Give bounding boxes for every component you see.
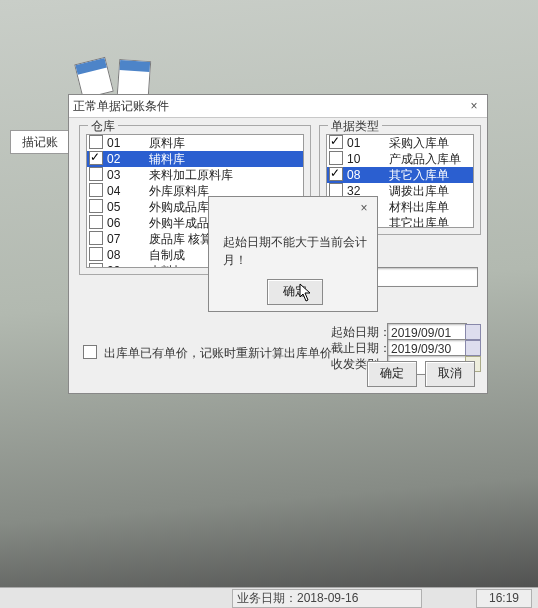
checkbox[interactable]: [89, 247, 103, 261]
recalc-checkbox-row[interactable]: 出库单已有单价，记账时重新计算出库单价: [83, 344, 332, 362]
item-name: 自制成: [149, 248, 185, 262]
status-date-cell: 业务日期：2018-09-16: [232, 589, 422, 608]
checkbox[interactable]: [89, 167, 103, 181]
status-bar: 业务日期：2018-09-16 16:19: [0, 587, 538, 608]
message-ok-button[interactable]: 确定: [267, 279, 323, 305]
close-icon[interactable]: ×: [465, 97, 483, 115]
checkbox[interactable]: [89, 135, 103, 149]
item-name: 其它入库单: [389, 168, 449, 182]
item-code: 01: [107, 135, 149, 151]
item-code: 02: [107, 151, 149, 167]
recalc-checkbox[interactable]: [83, 345, 97, 359]
list-item[interactable]: 08其它入库单: [327, 167, 473, 183]
calendar-picker-icon[interactable]: [465, 324, 481, 340]
message-text: 起始日期不能大于当前会计月！: [223, 233, 367, 269]
cancel-button[interactable]: 取消: [425, 361, 475, 387]
item-code: 07: [107, 231, 149, 247]
checkbox[interactable]: [89, 151, 103, 165]
item-code: 04: [107, 183, 149, 199]
checkbox[interactable]: [89, 263, 103, 268]
item-code: 09: [107, 263, 149, 268]
item-code: 08: [107, 247, 149, 263]
message-dialog: × 起始日期不能大于当前会计月！ 确定: [208, 196, 378, 312]
item-name: 废品库 核算: [149, 232, 212, 246]
sidebar-button[interactable]: 描记账: [10, 130, 70, 154]
item-name: 外购成品库: [149, 200, 209, 214]
item-name: 原料库: [149, 136, 185, 150]
dialog-title: 正常单据记账条件: [73, 99, 169, 113]
item-code: 06: [107, 215, 149, 231]
message-titlebar[interactable]: ×: [209, 197, 377, 219]
checkbox[interactable]: [329, 183, 343, 197]
list-item[interactable]: 01采购入库单: [327, 135, 473, 151]
item-code: 08: [347, 167, 389, 183]
side-field[interactable]: [374, 267, 478, 287]
desktop: 描记账 正常单据记账条件 × 仓库 01原料库02辅料库03来料加工原料库04外…: [0, 0, 538, 608]
item-name: 采购入库单: [389, 136, 449, 150]
item-name: 来料加: [149, 264, 185, 268]
checkbox[interactable]: [329, 151, 343, 165]
list-item[interactable]: 01原料库: [87, 135, 303, 151]
list-item[interactable]: 02辅料库: [87, 151, 303, 167]
item-name: 来料加工原料库: [149, 168, 233, 182]
checkbox[interactable]: [89, 215, 103, 229]
warehouse-legend: 仓库: [88, 118, 118, 135]
checkbox[interactable]: [89, 199, 103, 213]
checkbox[interactable]: [329, 135, 343, 149]
item-name: 材料出库单: [389, 200, 449, 214]
item-name: 外库原料库: [149, 184, 209, 198]
item-code: 10: [347, 151, 389, 167]
doctype-legend: 单据类型: [328, 118, 382, 135]
checkbox[interactable]: [329, 167, 343, 181]
list-item[interactable]: 10产成品入库单: [327, 151, 473, 167]
close-icon[interactable]: ×: [355, 199, 373, 217]
status-date-value: 2018-09-16: [297, 591, 358, 605]
status-time-cell: 16:19: [476, 589, 532, 608]
item-code: 05: [107, 199, 149, 215]
recalc-checkbox-label: 出库单已有单价，记账时重新计算出库单价: [104, 346, 332, 360]
item-name: 辅料库: [149, 152, 185, 166]
item-code: 01: [347, 135, 389, 151]
dialog-titlebar[interactable]: 正常单据记账条件 ×: [69, 95, 487, 118]
calendar-icon: [74, 57, 114, 100]
checkbox[interactable]: [89, 183, 103, 197]
calendar-picker-icon[interactable]: [465, 340, 481, 356]
checkbox[interactable]: [89, 231, 103, 245]
status-date-label: 业务日期：: [237, 591, 297, 605]
item-name: 其它出库单: [389, 216, 449, 228]
item-name: 产成品入库单: [389, 152, 461, 166]
item-code: 03: [107, 167, 149, 183]
list-item[interactable]: 03来料加工原料库: [87, 167, 303, 183]
calendar-icon: [117, 59, 151, 97]
ok-button[interactable]: 确定: [367, 361, 417, 387]
item-name: 调拨出库单: [389, 184, 449, 198]
